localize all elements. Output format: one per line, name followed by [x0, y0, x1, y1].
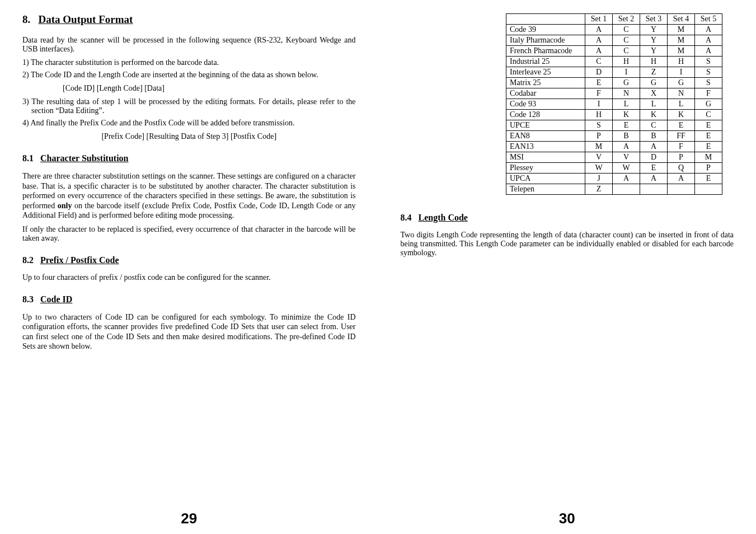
table-cell: S	[695, 57, 722, 67]
table-row: PlesseyWWEQP	[506, 163, 722, 174]
table-cell: Y	[640, 46, 668, 57]
table-cell: C	[613, 35, 640, 46]
table-rowname-cell: Interleave 25	[506, 67, 585, 78]
table-cell: Y	[640, 25, 668, 35]
step-4: 4) And finally the Prefix Code and the P…	[22, 119, 356, 128]
table-rowname-cell: Italy Pharmacode	[506, 35, 585, 46]
heading-8-2: 8.2 Prefix / Postfix Code	[22, 255, 356, 265]
table-cell	[613, 184, 640, 195]
heading-8-3-num: 8.3	[22, 294, 34, 304]
table-header-cell	[506, 14, 585, 25]
table-cell: F	[585, 88, 613, 99]
table-cell: D	[640, 152, 668, 163]
step-4-format: [Prefix Code] [Resulting Data of Step 3]…	[22, 132, 356, 141]
table-cell: C	[585, 57, 613, 67]
table-cell: V	[613, 152, 640, 163]
table-cell: M	[668, 46, 695, 57]
table-row: Italy PharmacodeACYMA	[506, 35, 722, 46]
heading-8-4-num: 8.4	[401, 213, 412, 222]
table-cell: M	[668, 25, 695, 35]
table-cell	[640, 184, 668, 195]
table-cell: H	[613, 57, 640, 67]
table-cell: C	[695, 110, 722, 120]
table-rowname-cell: Code 39	[506, 25, 585, 35]
table-header-cell: Set 4	[668, 14, 695, 25]
table-cell: H	[640, 57, 668, 67]
table-cell: Z	[640, 67, 668, 78]
table-rowname-cell: UPCA	[506, 174, 585, 184]
page-30: Set 1Set 2Set 3Set 4Set 5 Code 39ACYMAIt…	[378, 0, 757, 534]
table-row: UPCESECEE	[506, 120, 722, 131]
heading-8-4: 8.4 Length Code	[401, 213, 734, 223]
heading-8-1-num: 8.1	[22, 153, 34, 163]
table-cell: H	[668, 57, 695, 67]
table-header-row: Set 1Set 2Set 3Set 4Set 5	[506, 14, 722, 25]
step-1: 1) The character substitution is perform…	[22, 58, 356, 67]
table-cell: K	[640, 110, 668, 120]
heading-8: 8. Data Output Format	[22, 13, 356, 26]
table-cell: I	[668, 67, 695, 78]
table-cell: P	[695, 163, 722, 174]
table-cell: G	[695, 99, 722, 110]
table-rowname-cell: MSI	[506, 152, 585, 163]
table-cell: K	[668, 110, 695, 120]
step-2: 2) The Code ID and the Length Code are i…	[22, 71, 356, 79]
table-cell: E	[668, 120, 695, 131]
table-rowname-cell: EAN13	[506, 142, 585, 152]
table-cell: B	[640, 131, 668, 142]
table-row: CodabarFNXNF	[506, 88, 722, 99]
table-rowname-cell: Code 93	[506, 99, 585, 110]
table-cell: K	[613, 110, 640, 120]
table-cell: C	[613, 25, 640, 35]
table-row: UPCAJAAAE	[506, 174, 722, 184]
table-cell: A	[585, 25, 613, 35]
table-row: Code 39ACYMA	[506, 25, 722, 35]
table-cell: L	[640, 99, 668, 110]
table-cell: A	[695, 46, 722, 57]
table-cell: S	[585, 120, 613, 131]
table-cell: Y	[640, 35, 668, 46]
table-cell: C	[640, 120, 668, 131]
table-cell: E	[695, 131, 722, 142]
table-cell: W	[585, 163, 613, 174]
table-cell: A	[585, 46, 613, 57]
s81-paragraph-2: If only the character to be replaced is …	[22, 225, 356, 243]
table-cell: I	[585, 99, 613, 110]
page-number-left: 29	[22, 502, 356, 527]
table-row: EAN8PBBFFE	[506, 131, 722, 142]
table-cell: N	[613, 88, 640, 99]
table-cell: M	[695, 152, 722, 163]
table-cell: J	[585, 174, 613, 184]
heading-8-3: 8.3 Code ID	[22, 294, 356, 305]
table-header-cell: Set 2	[613, 14, 640, 25]
s81-paragraph-1: There are three character substitution s…	[22, 171, 356, 221]
s84-paragraph: Two digits Length Code representing the …	[401, 231, 734, 257]
table-row: Code 128HKKKC	[506, 110, 722, 120]
table-rowname-cell: Codabar	[506, 88, 585, 99]
table-cell: V	[585, 152, 613, 163]
table-cell: G	[613, 78, 640, 88]
code-id-table: Set 1Set 2Set 3Set 4Set 5 Code 39ACYMAIt…	[506, 13, 722, 195]
table-cell: L	[668, 99, 695, 110]
table-header-cell: Set 3	[640, 14, 668, 25]
table-row: French PharmacodeACYMA	[506, 46, 722, 57]
table-rowname-cell: UPCE	[506, 120, 585, 131]
table-rowname-cell: Industrial 25	[506, 57, 585, 67]
table-cell: A	[613, 142, 640, 152]
table-cell: E	[613, 120, 640, 131]
step-2-format: [Code ID] [Length Code] [Data]	[63, 84, 356, 93]
intro-paragraph: Data read by the scanner will be process…	[22, 36, 356, 54]
table-cell: FF	[668, 131, 695, 142]
table-cell: S	[695, 78, 722, 88]
table-row: Interleave 25DIZIS	[506, 67, 722, 78]
table-row: Code 93ILLLG	[506, 99, 722, 110]
heading-8-3-text: Code ID	[40, 294, 72, 304]
table-cell: W	[613, 163, 640, 174]
table-cell: E	[640, 163, 668, 174]
table-cell: A	[668, 174, 695, 184]
table-cell: Q	[668, 163, 695, 174]
table-cell: E	[695, 142, 722, 152]
table-cell: C	[613, 46, 640, 57]
table-cell	[668, 184, 695, 195]
table-cell: S	[695, 67, 722, 78]
